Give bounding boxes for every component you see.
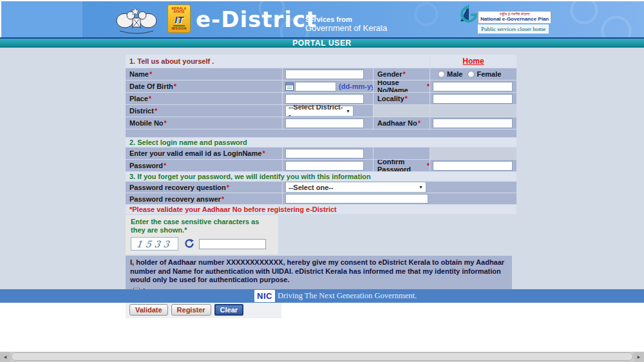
house-input[interactable]	[433, 82, 513, 91]
buttons-panel: Validate Register Clear	[126, 301, 281, 318]
name-required-mark: *	[149, 70, 152, 78]
place-input[interactable]	[285, 94, 364, 104]
validate-button[interactable]: Validate	[129, 304, 168, 316]
mobile-field-cell	[283, 117, 373, 129]
it-mission-line2: STATE	[173, 10, 184, 14]
chevron-down-icon: ▼	[346, 109, 350, 113]
password-label: Password	[129, 162, 163, 169]
email-field-cell	[283, 148, 373, 159]
place-locality-row: Place* Locality*	[126, 93, 516, 104]
header-background: KERALA STATE IT MISSION e-District Servi…	[1, 1, 644, 37]
district-required-mark: *	[155, 107, 157, 115]
section1-header-row: 1. Tell us about yourself . Home	[126, 55, 516, 68]
name-label-cell: Name *	[126, 68, 282, 80]
aadhaar-label: Aadhaar No	[377, 119, 417, 127]
clear-button[interactable]: Clear	[214, 304, 244, 316]
section2-title: 2. Select login name and password	[126, 138, 516, 147]
captcha-code: 1533	[136, 239, 173, 249]
header-left-block	[1, 1, 82, 37]
aadhaar-required-mark: *	[418, 119, 421, 127]
captcha-instruction: Enter the case sensitive characters as t…	[131, 218, 272, 234]
name-field-cell	[283, 68, 373, 80]
aadhaar-label-cell: Aadhaar No*	[374, 117, 430, 129]
negp-slogan-text: Public services closer home	[478, 24, 549, 33]
email-row: Enter your valid email id as LoginName*	[126, 148, 516, 159]
dob-label: Date Of Birth	[129, 82, 173, 90]
dob-house-row: Date Of Birth* (dd-mm-yyyy) House No/Nam	[126, 81, 516, 92]
registration-form: 1. Tell us about yourself . Home Name * …	[126, 55, 516, 318]
horizontal-scrollbar[interactable]: ◄ ►	[0, 352, 644, 362]
aadhaar-field-cell	[430, 117, 516, 129]
recovery-question-label: Password recovery question	[129, 184, 226, 191]
recovery-answer-input[interactable]	[285, 194, 428, 204]
calendar-icon[interactable]	[285, 82, 294, 91]
locality-required-mark: *	[405, 95, 408, 102]
it-mission-it-label: IT	[173, 14, 184, 26]
dob-label-cell: Date Of Birth*	[126, 81, 282, 92]
mobile-input[interactable]	[285, 119, 364, 128]
email-label: Enter your valid email id as LoginName	[129, 149, 261, 157]
home-link[interactable]: Home	[462, 57, 484, 66]
recovery-question-select-value: --Select one--	[289, 184, 334, 191]
recovery-answer-row: Password recovery answer*	[126, 193, 516, 204]
confirm-password-field-cell	[430, 160, 516, 171]
password-input[interactable]	[285, 161, 364, 171]
section1-title: 1. Tell us about yourself .	[126, 55, 430, 68]
it-mission-line3: MISSION	[171, 27, 186, 30]
district-label: District	[129, 107, 154, 115]
footer-bar: NIC Driving The Next Generation Governme…	[0, 289, 644, 303]
gender-label-cell: Gender *	[374, 68, 430, 80]
negp-eg-icon	[459, 3, 478, 28]
home-cell: Home	[430, 55, 516, 68]
recovery-question-select[interactable]: --Select one-- ▼	[285, 182, 426, 193]
confirm-password-input[interactable]	[433, 161, 513, 171]
captcha-refresh-button[interactable]	[184, 238, 195, 250]
place-label-cell: Place*	[126, 93, 282, 104]
government-of-kerala-text: Government of Kerala	[305, 23, 387, 33]
district-row: District* --Select District-- ▼	[126, 105, 516, 117]
it-mission-logo: KERALA STATE IT MISSION	[167, 5, 191, 33]
house-field-cell	[430, 81, 516, 92]
confirm-password-required-mark: *	[427, 162, 430, 169]
recovery-question-required-mark: *	[227, 184, 229, 191]
confirm-password-label: Confirm Password	[377, 160, 426, 171]
scrollbar-thumb[interactable]	[11, 352, 633, 361]
district-empty-cell-2	[430, 105, 516, 117]
page-body: 1. Tell us about yourself . Home Name * …	[0, 48, 644, 289]
aadhaar-input[interactable]	[433, 119, 513, 128]
email-input[interactable]	[285, 149, 364, 158]
password-required-mark: *	[164, 162, 166, 169]
district-select[interactable]: --Select District-- ▼	[285, 106, 354, 117]
captcha-panel: Enter the case sensitive characters as t…	[126, 215, 278, 254]
header-banner: KERALA STATE IT MISSION e-District Servi…	[0, 0, 644, 37]
mobile-required-mark: *	[164, 119, 167, 127]
scrollbar-left-arrow[interactable]: ◄	[0, 352, 10, 362]
name-gender-row: Name * Gender * Male Female	[126, 68, 516, 80]
gender-male-radio[interactable]	[438, 71, 445, 78]
portal-user-bar: PORTAL USER	[0, 39, 644, 48]
footer-tagline: Driving The Next Generation Government.	[278, 291, 417, 301]
locality-input[interactable]	[433, 94, 513, 104]
gender-female-label: Female	[477, 70, 501, 78]
recovery-answer-required-mark: *	[222, 195, 224, 203]
mobile-label: Mobile No	[129, 119, 164, 127]
email-empty-cell-2	[430, 148, 516, 159]
edistrict-brand-title: e-District	[196, 6, 317, 32]
negp-name-text: National e-Governance Plan	[480, 17, 549, 23]
section3-title: 3. If you forget your password, we will …	[126, 172, 516, 181]
gender-required-mark: *	[403, 70, 406, 78]
services-tagline: Services from Government of Kerala	[305, 15, 387, 33]
refresh-icon	[184, 238, 194, 249]
dob-input[interactable]	[295, 82, 336, 91]
password-field-cell	[283, 160, 373, 171]
mobile-label-cell: Mobile No*	[126, 117, 282, 129]
name-input[interactable]	[285, 70, 364, 79]
district-field-cell: --Select District-- ▼	[283, 105, 373, 117]
register-button[interactable]: Register	[171, 304, 211, 316]
captcha-input[interactable]	[199, 239, 266, 249]
scrollbar-right-arrow[interactable]: ►	[634, 352, 644, 362]
place-required-mark: *	[149, 95, 151, 102]
gender-female-radio[interactable]	[468, 71, 475, 78]
locality-field-cell	[430, 93, 516, 104]
recovery-question-row: Password recovery question * --Select on…	[126, 182, 516, 193]
